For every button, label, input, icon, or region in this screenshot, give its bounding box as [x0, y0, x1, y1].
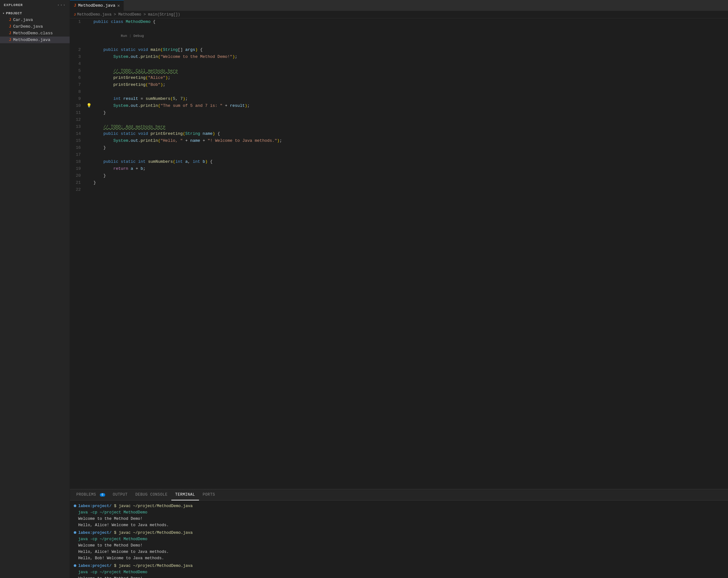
bottom-panel: PROBLEMS 6 OUTPUT DEBUG CONSOLE TERMINAL…: [70, 489, 728, 578]
line-number-19: 19: [70, 165, 86, 172]
code-text-13: // TODO: Add methods here: [92, 123, 728, 130]
sidebar: EXPLORER ··· ▾ PROJECT J Car.java J CarD…: [0, 0, 70, 578]
line-number-17: 17: [70, 151, 86, 158]
explorer-title: EXPLORER: [4, 3, 23, 7]
sidebar-item-cardemo-java[interactable]: J CarDemo.java: [0, 23, 70, 30]
code-text-15: System.out.println("Hello, " + name + "!…: [92, 137, 728, 144]
main-area: J MethodDemo.java ✕ J MethodDemo.java > …: [70, 0, 728, 578]
tab-output[interactable]: OUTPUT: [109, 489, 132, 500]
code-text-3: System.out.println("Welcome to the Metho…: [92, 53, 728, 60]
terminal-content[interactable]: labex:project/ $ javac ~/project/MethodD…: [70, 500, 728, 578]
tab-ports[interactable]: PORTS: [199, 489, 219, 500]
more-icon[interactable]: ···: [57, 3, 66, 8]
line-number-9: 9: [70, 96, 86, 102]
gutter-10: 💡: [86, 102, 92, 109]
code-line-3: 3 System.out.println("Welcome to the Met…: [70, 53, 728, 60]
code-line-2: 2 public static void main(String[] args)…: [70, 46, 728, 53]
code-text-18: public static int sumNumbers(int a, int …: [92, 158, 728, 165]
line-number-15: 15: [70, 137, 86, 144]
term-out-1-1: Welcome to the Method Demo!: [78, 517, 143, 521]
editor-content: 1 public class MethodDemo { Run | Debug …: [70, 19, 728, 489]
sidebar-item-car-java[interactable]: J Car.java: [0, 17, 70, 23]
sidebar-item-methoddemo-java[interactable]: J MethodDemo.java: [0, 36, 70, 43]
term-dot-1: [74, 504, 76, 507]
term-prompt-2: labex:project/: [78, 531, 111, 535]
terminal-session-2-content: labex:project/ $ javac ~/project/MethodD…: [78, 530, 193, 561]
code-text-1: public class MethodDemo {: [92, 19, 728, 25]
line-number-22: 22: [70, 186, 86, 193]
project-section[interactable]: ▾ PROJECT: [0, 10, 70, 17]
java-icon: J: [9, 18, 11, 22]
code-line-15: 15 System.out.println("Hello, " + name +…: [70, 137, 728, 144]
term-dot-2: [74, 531, 76, 534]
code-line-8: 8: [70, 88, 728, 96]
file-list: J Car.java J CarDemo.java J MethodDemo.c…: [0, 17, 70, 43]
code-text-11: }: [92, 109, 728, 116]
tab-close-button[interactable]: ✕: [117, 3, 120, 8]
run-link[interactable]: Run: [121, 34, 127, 38]
code-line-19: 19 return a + b;: [70, 165, 728, 172]
term-dot-3: [74, 564, 76, 567]
line-number-3: 3: [70, 53, 86, 60]
tab-debug-console[interactable]: DEBUG CONSOLE: [132, 489, 171, 500]
terminal-session-3: labex:project/ $ javac ~/project/MethodD…: [74, 563, 724, 578]
terminal-session-1-content: labex:project/ $ javac ~/project/MethodD…: [78, 503, 193, 528]
run-debug-line: Run | Debug: [70, 25, 728, 46]
code-text-2: public static void main(String[] args) {: [92, 46, 728, 53]
code-line-9: 9 int result = sumNumbers(5, 7);: [70, 96, 728, 102]
term-out-3-1: Welcome to the Method Demo!: [78, 576, 143, 578]
line-number-12: 12: [70, 116, 86, 123]
code-line-17: 17: [70, 151, 728, 158]
code-line-13: 13 // TODO: Add methods here: [70, 123, 728, 130]
code-line-16: 16 }: [70, 144, 728, 151]
line-number-5: 5: [70, 68, 86, 74]
line-number-16: 16: [70, 144, 86, 151]
code-text-5: // TODO: Call methods here: [92, 68, 728, 74]
run-debug-text: Run | Debug: [99, 25, 728, 46]
ports-label: PORTS: [203, 493, 215, 497]
terminal-session-3-content: labex:project/ $ javac ~/project/MethodD…: [78, 563, 193, 578]
debug-link[interactable]: Debug: [133, 34, 144, 38]
term-out-2-3: Hello, Bob! Welcome to Java methods.: [78, 556, 164, 560]
term-prompt-1: labex:project/: [78, 504, 111, 508]
code-line-11: 11 }: [70, 109, 728, 116]
code-line-10: 10 💡 System.out.println("The sum of 5 an…: [70, 102, 728, 109]
code-line-20: 20 }: [70, 172, 728, 179]
file-name: CarDemo.java: [13, 24, 43, 29]
terminal-label: TERMINAL: [175, 493, 195, 497]
editor-area[interactable]: 1 public class MethodDemo { Run | Debug …: [70, 19, 728, 489]
code-text-21: }: [92, 179, 728, 186]
code-line-5: 5 // TODO: Call methods here: [70, 68, 728, 74]
term-cmd-2: $ javac ~/project/MethodDemo.java: [111, 531, 193, 535]
java-icon: J: [9, 25, 11, 29]
tab-terminal[interactable]: TERMINAL: [171, 489, 199, 500]
code-line-22: 22: [70, 186, 728, 193]
line-number-7: 7: [70, 81, 86, 88]
code-text-7: printGreeting("Bob");: [92, 81, 728, 88]
project-label: PROJECT: [6, 11, 22, 15]
terminal-session-1: labex:project/ $ javac ~/project/MethodD…: [74, 503, 724, 528]
output-label: OUTPUT: [113, 493, 128, 497]
code-line-7: 7 printGreeting("Bob");: [70, 81, 728, 88]
code-text-16: }: [92, 144, 728, 151]
java-icon-small: J: [74, 13, 76, 17]
line-number-11: 11: [70, 109, 86, 116]
code-text-14: public static void printGreeting(String …: [92, 130, 728, 137]
terminal-session-2: labex:project/ $ javac ~/project/MethodD…: [74, 530, 724, 561]
lightbulb-icon[interactable]: 💡: [86, 102, 92, 109]
tab-problems[interactable]: PROBLEMS 6: [73, 489, 109, 500]
tab-methoddemo-java[interactable]: J MethodDemo.java ✕: [70, 0, 124, 11]
code-text-9: int result = sumNumbers(5, 7);: [92, 96, 728, 102]
java-icon: J: [9, 38, 11, 42]
line-number-4: 4: [70, 60, 86, 68]
term-cmd-3: $ javac ~/project/MethodDemo.java: [111, 564, 193, 568]
line-number-8: 8: [70, 88, 86, 96]
file-name: MethodDemo.java: [13, 37, 50, 42]
tab-label: MethodDemo.java: [78, 3, 115, 8]
code-text-20: }: [92, 172, 728, 179]
sidebar-item-methoddemo-class[interactable]: J MethodDemo.class: [0, 30, 70, 36]
code-text-10: System.out.println("The sum of 5 and 7 i…: [92, 102, 728, 109]
code-line-1: 1 public class MethodDemo {: [70, 19, 728, 25]
line-number-10: 10: [70, 102, 86, 109]
tab-bar: J MethodDemo.java ✕: [70, 0, 728, 11]
